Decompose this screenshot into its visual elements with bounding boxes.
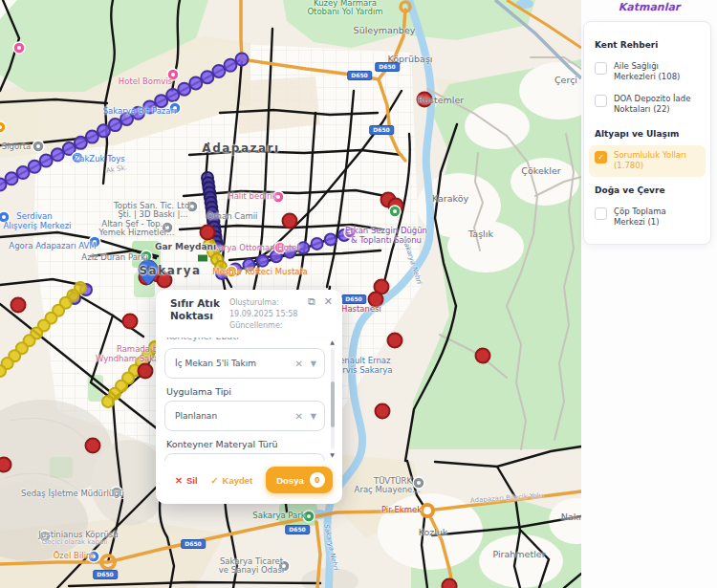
red-point-marker[interactable] (158, 273, 172, 288)
poi-marker[interactable] (303, 511, 315, 522)
road-node-dot[interactable] (109, 119, 121, 131)
red-point-marker[interactable] (0, 458, 11, 472)
poi-marker[interactable] (278, 560, 290, 572)
red-point-marker[interactable] (369, 293, 383, 307)
road-node-dot[interactable] (6, 172, 18, 185)
road-node-dot[interactable] (257, 255, 269, 267)
poi-marker[interactable] (272, 191, 284, 203)
road-node-dot[interactable] (40, 155, 53, 167)
poi-marker[interactable] (162, 222, 173, 233)
red-point-marker[interactable] (201, 226, 215, 240)
road-node-dot[interactable] (52, 148, 64, 161)
poi-marker[interactable] (33, 141, 44, 152)
poi-marker[interactable] (89, 236, 100, 248)
road-node-dot[interactable] (143, 100, 156, 113)
road-node-dot[interactable] (17, 166, 30, 179)
road-node-dot[interactable] (102, 396, 114, 407)
poi-marker[interactable] (13, 42, 25, 54)
poi-marker[interactable] (111, 487, 122, 498)
red-point-marker[interactable] (86, 439, 100, 453)
scroll-up-icon[interactable]: ▲ (329, 339, 336, 345)
road-node-dot[interactable] (201, 71, 213, 83)
red-point-marker[interactable] (418, 93, 432, 107)
poi-marker[interactable] (389, 206, 401, 217)
clear-icon[interactable]: ✕ (294, 359, 302, 369)
poi-marker[interactable] (167, 69, 179, 80)
created-label: Oluşturulma: (229, 297, 297, 309)
road-shield: D650 (369, 125, 394, 135)
poi-marker[interactable] (413, 477, 424, 489)
red-point-marker[interactable] (388, 334, 402, 348)
checkbox-icon[interactable] (595, 95, 607, 107)
road-node-dot[interactable] (297, 242, 309, 253)
road-node-dot[interactable] (243, 259, 254, 271)
road-node-dot[interactable] (178, 83, 190, 96)
close-icon[interactable]: ✕ (324, 296, 333, 307)
layer-toggle-doa-depozito-i-ade-noktalar-22[interactable]: DOA Depozito İade Noktaları (22) (589, 89, 706, 120)
road-node-dot[interactable] (98, 124, 110, 137)
clear-icon[interactable]: ✕ (294, 411, 302, 422)
road-node-dot[interactable] (166, 89, 179, 101)
road-shield: D650 (347, 71, 372, 80)
road-node-dot[interactable] (215, 261, 227, 272)
delete-button[interactable]: ✕ Sil (175, 475, 198, 486)
red-point-marker[interactable] (283, 214, 297, 229)
roundabout (422, 505, 433, 516)
poi-marker[interactable] (39, 531, 51, 542)
layer-toggle-sorumluluk-yollar-1-780[interactable]: ✓Sorumluluk Yolları (1.780) (589, 145, 706, 177)
road-node-dot[interactable] (236, 54, 249, 66)
red-point-marker[interactable] (139, 364, 153, 379)
road-shield: D650 (375, 62, 400, 72)
checkbox-icon[interactable] (595, 62, 607, 75)
select-konteyner-ebati[interactable]: İç Mekan 5'li Takım ✕ ▼ (164, 348, 325, 379)
poi-marker[interactable] (186, 201, 198, 212)
road-node-dot[interactable] (86, 131, 98, 143)
red-point-marker[interactable] (123, 315, 138, 329)
poi-marker[interactable] (274, 242, 286, 253)
road-node-dot[interactable] (132, 107, 144, 120)
file-button[interactable]: Dosya 0 (266, 467, 333, 493)
popup-scrollbar[interactable]: ▲ ▼ (329, 339, 336, 458)
layer-toggle-aile-sa-l-merkezleri-108[interactable]: Aile Sağlığı Merkezleri (108) (589, 56, 706, 88)
layer-toggle-p-toplama-merkezi-1[interactable]: Çöp Toplama Merkezi (1) (589, 202, 706, 233)
layer-section-heading: Doğa ve Çevre (595, 185, 700, 195)
red-point-marker[interactable] (476, 349, 490, 363)
poi-marker[interactable] (0, 211, 10, 223)
chevron-down-icon[interactable]: ▼ (311, 359, 316, 368)
road-node-dot[interactable] (0, 365, 6, 377)
poi-marker[interactable] (226, 266, 237, 277)
road-node-dot[interactable] (312, 238, 323, 250)
layer-label: Sorumluluk Yolları (1.780) (614, 150, 700, 172)
checkbox-icon[interactable] (595, 207, 607, 220)
poi-marker[interactable] (344, 227, 356, 238)
road-node-dot[interactable] (120, 113, 133, 125)
road-node-dot[interactable] (75, 137, 87, 149)
select-uygulama-tipi[interactable]: Planlanan ✕ ▼ (164, 401, 325, 431)
road-node-dot[interactable] (325, 233, 337, 245)
red-point-marker[interactable] (376, 404, 390, 419)
expand-icon[interactable]: ⧉ (308, 296, 315, 307)
save-button[interactable]: ✓ Kaydet (211, 475, 253, 486)
field-label: Konteyner Materyal Türü (166, 439, 325, 449)
road-node-dot[interactable] (189, 76, 202, 89)
road-node-dot[interactable] (224, 59, 236, 72)
poi-marker[interactable] (169, 102, 181, 114)
red-point-marker[interactable] (11, 298, 26, 313)
poi-marker[interactable] (0, 121, 6, 133)
delete-x-icon: ✕ (175, 475, 183, 486)
feature-popup: Sıfır Atık Noktası Oluşturulma: 19.09.20… (156, 290, 342, 504)
red-point-marker[interactable] (443, 579, 457, 588)
chevron-down-icon[interactable]: ▼ (311, 412, 316, 421)
road-shield: D650 (341, 294, 366, 304)
road-node-dot[interactable] (29, 161, 41, 173)
road-node-dot[interactable] (155, 95, 167, 107)
layer-section-heading: Altyapı ve Ulaşım (595, 129, 700, 139)
layers-card: Kent RehberiAile Sağlığı Merkezleri (108… (583, 21, 711, 245)
checkbox-checked-icon[interactable]: ✓ (595, 151, 607, 163)
popup-form: Konteyner Ebatı İç Mekan 5'li Takım ✕ ▼ … (164, 338, 325, 461)
scroll-down-icon[interactable]: ▼ (329, 452, 336, 458)
scrollbar-thumb[interactable] (331, 381, 335, 427)
poi-marker[interactable] (88, 551, 99, 562)
road-node-dot[interactable] (212, 65, 225, 77)
poi-marker[interactable] (72, 152, 83, 163)
